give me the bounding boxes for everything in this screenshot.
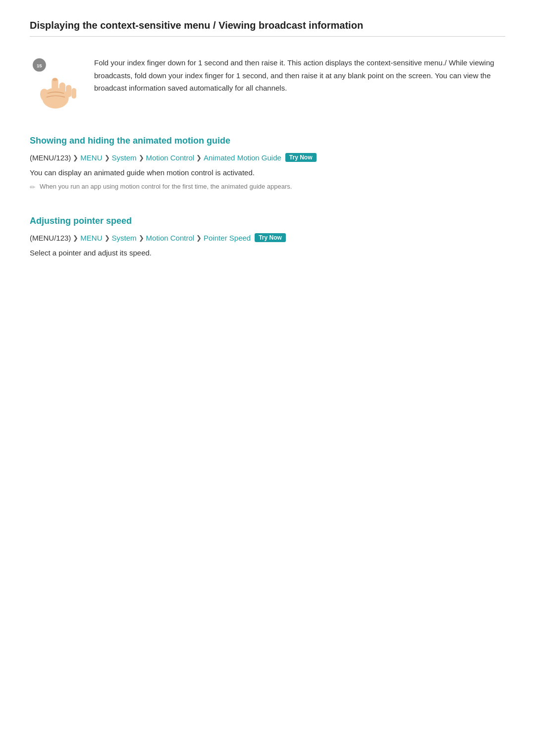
breadcrumb2-part1: (MENU/123)	[30, 234, 71, 242]
intro-section: 15 Fold your index finger down for 1 sec…	[30, 56, 505, 111]
breadcrumb-system1: System	[112, 153, 137, 162]
section1-breadcrumb: (MENU/123) ❯ MENU ❯ System ❯ Motion Cont…	[30, 153, 505, 162]
breadcrumb-menu1: MENU	[80, 153, 102, 162]
svg-point-8	[53, 78, 57, 81]
svg-rect-4	[59, 83, 65, 97]
breadcrumb2-pointer-speed: Pointer Speed	[204, 234, 251, 242]
svg-text:15: 15	[37, 63, 42, 68]
section-animated-guide: Showing and hiding the animated motion g…	[30, 136, 505, 191]
breadcrumb2-arrow2: ❯	[105, 234, 110, 242]
breadcrumb2-arrow3: ❯	[139, 234, 144, 242]
breadcrumb-animated-guide: Animated Motion Guide	[204, 153, 281, 162]
try-now-badge-1[interactable]: Try Now	[285, 153, 317, 162]
breadcrumb-arrow4: ❯	[196, 154, 202, 161]
breadcrumb-arrow2: ❯	[105, 154, 110, 161]
section2-body: Select a pointer and adjust its speed.	[30, 247, 505, 259]
section1-body: You can display an animated guide when m…	[30, 167, 505, 179]
breadcrumb2-arrow4: ❯	[196, 234, 202, 242]
breadcrumb-arrow1: ❯	[73, 154, 78, 161]
section1-title: Showing and hiding the animated motion g…	[30, 136, 505, 146]
page-title: Displaying the context-sensitive menu / …	[30, 20, 505, 37]
breadcrumb2-system: System	[112, 234, 137, 242]
breadcrumb-motion-control1: Motion Control	[146, 153, 195, 162]
try-now-badge-2[interactable]: Try Now	[255, 233, 286, 242]
section1-note-row: ✏ When you run an app using motion contr…	[30, 183, 505, 191]
intro-paragraph: Fold your index finger down for 1 second…	[94, 56, 505, 95]
breadcrumb-part1: (MENU/123)	[30, 153, 71, 162]
breadcrumb2-arrow1: ❯	[73, 234, 78, 242]
breadcrumb2-motion-control: Motion Control	[146, 234, 195, 242]
section2-breadcrumb: (MENU/123) ❯ MENU ❯ System ❯ Motion Cont…	[30, 233, 505, 242]
hand-illustration: 15	[30, 56, 79, 111]
section-pointer-speed: Adjusting pointer speed (MENU/123) ❯ MEN…	[30, 216, 505, 259]
section2-title: Adjusting pointer speed	[30, 216, 505, 226]
breadcrumb2-menu: MENU	[80, 234, 102, 242]
note-pencil-icon: ✏	[30, 183, 36, 191]
section1-note: When you run an app using motion control…	[40, 183, 292, 190]
svg-rect-5	[66, 85, 71, 97]
breadcrumb-arrow3: ❯	[139, 154, 144, 161]
svg-rect-6	[71, 88, 76, 99]
